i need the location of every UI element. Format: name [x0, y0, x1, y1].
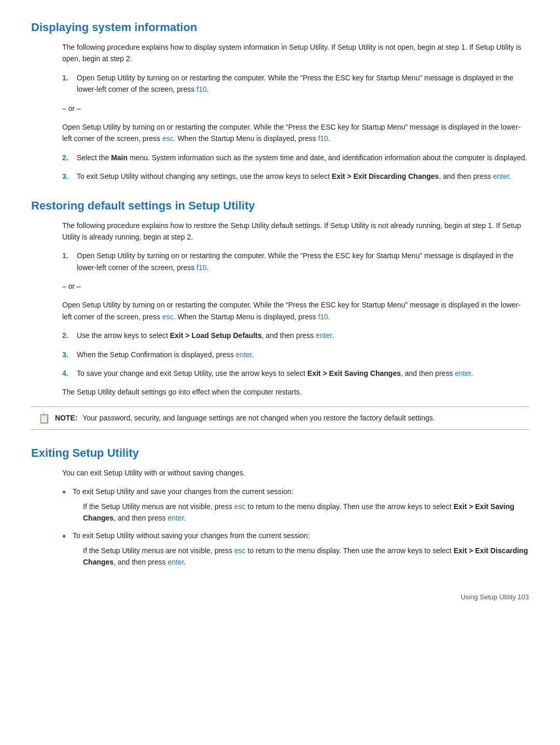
steps-list-displaying: 1. Open Setup Utility by turning on or r…: [62, 72, 529, 95]
step-content: To save your change and exit Setup Utili…: [77, 368, 529, 379]
link-enter-b2[interactable]: enter: [167, 558, 184, 566]
link-esc-s1[interactable]: esc: [162, 134, 174, 143]
section-intro-exiting: You can exit Setup Utility with or witho…: [62, 467, 529, 479]
link-enter-r2[interactable]: enter: [316, 331, 332, 340]
link-esc-r1[interactable]: esc: [162, 313, 174, 321]
step-content: Open Setup Utility by turning on or rest…: [77, 250, 529, 273]
step-content: Select the Main menu. System information…: [77, 152, 529, 163]
link-f10[interactable]: f10: [197, 85, 206, 93]
note-content: Your password, security, and language se…: [82, 414, 435, 422]
steps-list-displaying-2: 2. Select the Main menu. System informat…: [62, 152, 529, 182]
link-f10-r1b[interactable]: f10: [318, 313, 328, 321]
bullet-sub: If the Setup Utility menus are not visib…: [83, 545, 529, 568]
bullet-content: To exit Setup Utility and save your chan…: [73, 486, 529, 524]
section-intro-displaying: The following procedure explains how to …: [62, 41, 529, 65]
link-f10-r1[interactable]: f10: [197, 263, 206, 272]
steps-list-restoring-2: 2. Use the arrow keys to select Exit > L…: [62, 330, 529, 379]
step-number: 4.: [62, 368, 77, 379]
or-divider-restoring: – or –: [62, 280, 529, 292]
section-restoring: Restoring default settings in Setup Util…: [31, 199, 529, 430]
bullet-label: To exit Setup Utility and save your chan…: [73, 487, 293, 496]
bullet-list-exiting: • To exit Setup Utility and save your ch…: [62, 486, 529, 568]
bullet-item: • To exit Setup Utility without saving y…: [62, 530, 529, 568]
steps-list-restoring: 1. Open Setup Utility by turning on or r…: [62, 250, 529, 273]
section-title-exiting: Exiting Setup Utility: [31, 446, 529, 460]
link-enter-b1[interactable]: enter: [167, 514, 184, 522]
bullet-dot: •: [62, 530, 73, 542]
section-intro-restoring: The following procedure explains how to …: [62, 220, 529, 243]
bullet-content: To exit Setup Utility without saving you…: [73, 530, 529, 568]
step-item: 4. To save your change and exit Setup Ut…: [62, 368, 529, 379]
step-number: 1.: [62, 72, 77, 95]
step-content: To exit Setup Utility without changing a…: [77, 171, 529, 182]
step-item: 1. Open Setup Utility by turning on or r…: [62, 72, 529, 95]
step-number: 3.: [62, 349, 77, 360]
link-enter-r3[interactable]: enter: [236, 350, 252, 359]
step-text: Open Setup Utility by turning on or rest…: [77, 74, 513, 93]
step-item: 3. To exit Setup Utility without changin…: [62, 171, 529, 182]
page-footer: Using Setup Utility 103: [31, 589, 529, 601]
step-item: 1. Open Setup Utility by turning on or r…: [62, 250, 529, 273]
link-enter-s1[interactable]: enter: [493, 172, 509, 180]
bullet-sub: If the Setup Utility menus are not visib…: [83, 501, 529, 524]
note-box: 📋 NOTE: Your password, security, and lan…: [31, 406, 529, 430]
footer-text: Using Setup Utility 103: [460, 593, 529, 601]
step-number: 2.: [62, 330, 77, 341]
link-esc-b1[interactable]: esc: [234, 502, 246, 511]
bullet-label: To exit Setup Utility without saving you…: [73, 531, 310, 540]
step-content: When the Setup Confirmation is displayed…: [77, 349, 529, 360]
step-item: 3. When the Setup Confirmation is displa…: [62, 349, 529, 360]
step-number: 1.: [62, 250, 77, 273]
note-text: NOTE: Your password, security, and langu…: [55, 412, 522, 424]
step-content: Open Setup Utility by turning on or rest…: [77, 72, 529, 95]
link-enter-r4[interactable]: enter: [455, 369, 471, 377]
step-content: Use the arrow keys to select Exit > Load…: [77, 330, 529, 341]
bullet-dot: •: [62, 486, 73, 498]
bullet-item: • To exit Setup Utility and save your ch…: [62, 486, 529, 524]
or-divider: – or –: [62, 103, 529, 114]
step1-continuation: Open Setup Utility by turning on or rest…: [62, 121, 529, 145]
step-item: 2. Select the Main menu. System informat…: [62, 152, 529, 163]
note-icon: 📋: [38, 413, 50, 424]
step-item: 2. Use the arrow keys to select Exit > L…: [62, 330, 529, 341]
section-title-displaying: Displaying system information: [31, 21, 529, 34]
note-label: NOTE:: [55, 414, 78, 422]
section-title-restoring: Restoring default settings in Setup Util…: [31, 199, 529, 213]
section-exiting: Exiting Setup Utility You can exit Setup…: [31, 446, 529, 568]
step1-continuation-restoring: Open Setup Utility by turning on or rest…: [62, 299, 529, 322]
section-displaying: Displaying system information The follow…: [31, 21, 529, 182]
restoring-closing: The Setup Utility default settings go in…: [62, 386, 529, 398]
step-number: 3.: [62, 171, 77, 182]
link-f10-s1b[interactable]: f10: [318, 134, 328, 143]
step-number: 2.: [62, 152, 77, 163]
link-esc-b2[interactable]: esc: [234, 546, 246, 555]
